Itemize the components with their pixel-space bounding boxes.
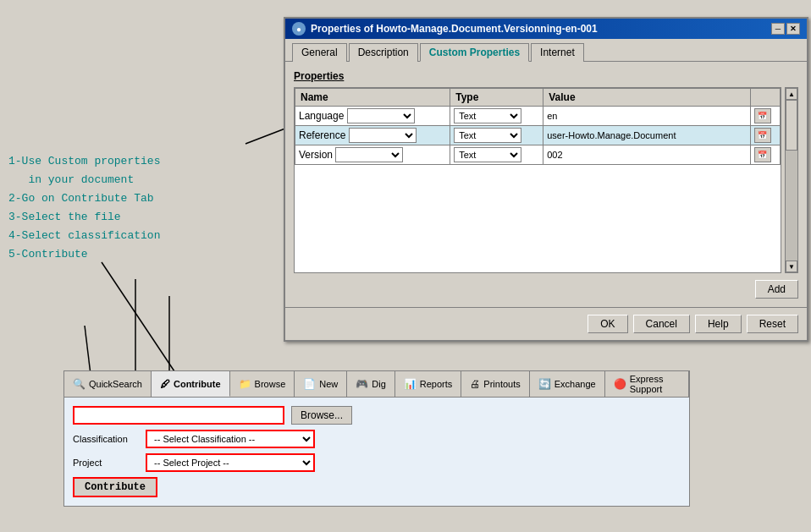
dialog-tabs: General Description Custom Properties In… [285, 39, 807, 62]
reset-button[interactable]: Reset [747, 315, 798, 333]
row1-name: Language [295, 107, 450, 126]
row3-type: Text [450, 145, 543, 165]
dialog-icon: ● [292, 22, 306, 36]
row1-action: 📅 [750, 107, 780, 126]
browse-row: Browse... [73, 406, 681, 425]
dialog-title: Properties of Howto-Manage.Document.Vers… [311, 23, 598, 35]
row1-name-select[interactable] [347, 108, 415, 123]
browse-button[interactable]: Browse... [291, 406, 352, 425]
tab-browse[interactable]: 📁 Browse [230, 371, 295, 397]
row3-name: Version [295, 145, 450, 165]
scroll-down-arrow[interactable]: ▼ [786, 261, 797, 272]
row1-value-input[interactable] [547, 111, 746, 121]
properties-table-wrapper: Name Type Value Language [294, 87, 781, 273]
table-row: Version Text [295, 145, 781, 165]
row2-value-input[interactable] [547, 130, 746, 140]
header-type: Type [450, 89, 543, 107]
tab-exchange[interactable]: 🔄 Exchange [530, 371, 605, 397]
minimize-button[interactable]: ─ [771, 23, 785, 35]
add-button-row: Add [294, 280, 798, 299]
quicksearch-label: QuickSearch [89, 379, 142, 389]
row1-calendar-button[interactable]: 📅 [754, 108, 771, 123]
properties-dialog: ● Properties of Howto-Manage.Document.Ve… [284, 17, 808, 342]
dialog-content: Properties Name Type Value [285, 62, 807, 307]
header-action [750, 89, 780, 107]
row2-type-select[interactable]: Text [454, 128, 521, 143]
tab-internet[interactable]: Internet [531, 43, 584, 62]
express-support-icon: 🔴 [614, 378, 626, 390]
dialog-titlebar: ● Properties of Howto-Manage.Document.Ve… [285, 19, 807, 39]
project-label: Project [73, 458, 141, 468]
tab-general[interactable]: General [292, 43, 347, 62]
header-value: Value [543, 89, 750, 107]
project-row: Project -- Select Project -- [73, 453, 681, 472]
scroll-thumb[interactable] [786, 100, 797, 151]
row3-type-select[interactable]: Text [454, 147, 521, 162]
row3-value-input[interactable] [547, 150, 746, 160]
close-button[interactable]: ✕ [786, 23, 800, 35]
classification-label: Classification [73, 434, 141, 444]
scroll-track[interactable] [786, 100, 797, 261]
tab-custom-properties[interactable]: Custom Properties [420, 43, 529, 62]
classification-select[interactable]: -- Select Classification -- [146, 430, 315, 448]
table-scrollbar[interactable]: ▲ ▼ [785, 87, 798, 273]
row1-type-select[interactable]: Text [454, 108, 521, 123]
reports-icon: 📊 [404, 378, 417, 390]
annotation-block: 1-Use Custom properties in your document… [0, 152, 262, 265]
titlebar-left: ● Properties of Howto-Manage.Document.Ve… [292, 22, 598, 36]
row3-value [543, 145, 750, 165]
row2-type: Text [450, 126, 543, 145]
properties-table: Name Type Value Language [295, 88, 781, 165]
file-input-box[interactable] [73, 406, 284, 425]
row2-value [543, 126, 750, 145]
add-button[interactable]: Add [755, 280, 798, 299]
row3-action: 📅 [750, 145, 780, 165]
row2-action: 📅 [750, 126, 780, 145]
contribute-label: Contribute [174, 379, 221, 389]
ok-button[interactable]: OK [588, 315, 627, 333]
properties-container: Name Type Value Language [294, 87, 798, 273]
bottom-toolbar: 🔍 QuickSearch 🖊 Contribute 📁 Browse 📄 Ne… [63, 370, 690, 507]
dig-icon: 🎮 [356, 378, 368, 390]
tab-printouts[interactable]: 🖨 Printouts [461, 371, 529, 397]
header-name: Name [295, 89, 450, 107]
help-button[interactable]: Help [695, 315, 742, 333]
tab-new[interactable]: 📄 New [295, 371, 347, 397]
browse-icon: 📁 [239, 378, 251, 390]
printouts-label: Printouts [483, 379, 520, 389]
section-label: Properties [294, 70, 798, 82]
project-select[interactable]: -- Select Project -- [146, 453, 315, 472]
classification-row: Classification -- Select Classification … [73, 430, 681, 448]
row1-value [543, 107, 750, 126]
tab-express-support[interactable]: 🔴 Express Support [605, 371, 689, 397]
contribute-submit-button[interactable]: Contribute [73, 477, 157, 497]
row1-type: Text [450, 107, 543, 126]
table-row: Reference Text [295, 126, 781, 145]
cancel-button[interactable]: Cancel [633, 315, 690, 333]
express-support-label: Express Support [630, 374, 680, 394]
new-label: New [319, 379, 338, 389]
contribute-form: Browse... Classification -- Select Class… [73, 406, 681, 497]
dialog-controls: ─ ✕ [771, 23, 800, 35]
printouts-icon: 🖨 [470, 378, 480, 390]
row3-name-select[interactable] [335, 147, 403, 162]
reports-label: Reports [420, 379, 453, 389]
tab-dig[interactable]: 🎮 Dig [347, 371, 395, 397]
new-icon: 📄 [303, 378, 316, 390]
tab-quicksearch[interactable]: 🔍 QuickSearch [64, 371, 152, 397]
table-row: Language Text [295, 107, 781, 126]
scroll-up-arrow[interactable]: ▲ [786, 88, 797, 100]
quicksearch-icon: 🔍 [73, 378, 86, 390]
exchange-label: Exchange [554, 379, 596, 389]
toolbar-tabs: 🔍 QuickSearch 🖊 Contribute 📁 Browse 📄 Ne… [63, 370, 690, 397]
tab-description[interactable]: Description [349, 43, 418, 62]
dialog-footer: OK Cancel Help Reset [285, 307, 807, 340]
row2-calendar-button[interactable]: 📅 [754, 128, 771, 143]
tab-contribute[interactable]: 🖊 Contribute [152, 371, 230, 397]
row2-name-select[interactable] [349, 128, 417, 143]
browse-label: Browse [255, 379, 286, 389]
row2-name: Reference [295, 126, 450, 145]
row3-calendar-button[interactable]: 📅 [754, 147, 771, 162]
tab-reports[interactable]: 📊 Reports [395, 371, 462, 397]
contribute-icon: 🖊 [160, 378, 170, 390]
